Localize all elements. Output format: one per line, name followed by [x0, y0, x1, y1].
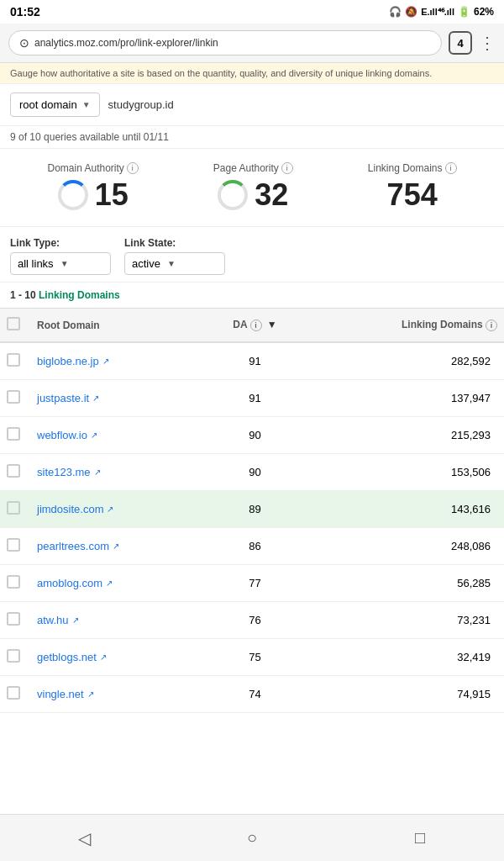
row-checkbox[interactable] [7, 427, 20, 441]
row-checkbox-cell[interactable] [0, 454, 30, 491]
domain-link[interactable]: biglobe.ne.jp ↗ [37, 355, 197, 367]
domain-value: studygroup.id [108, 98, 174, 111]
range-text: 1 - 10 Linking Domains [10, 289, 120, 301]
url-text: analytics.moz.com/pro/link-explorer/link… [34, 37, 218, 49]
row-domain[interactable]: amoblog.com ↗ [30, 565, 203, 602]
status-bar: 01:52 🎧 🔕 E.ıll⁴⁶.ıll 🔋 62% [0, 0, 504, 24]
row-domain[interactable]: getblogs.net ↗ [30, 639, 203, 676]
header-da[interactable]: DA i ▼ [203, 309, 307, 343]
info-text: Gauge how authoritative a site is based … [10, 68, 432, 78]
row-checkbox-cell[interactable] [0, 565, 30, 602]
row-linking-domains: 73,231 [307, 602, 504, 639]
select-all-checkbox[interactable] [7, 317, 20, 330]
table-row[interactable]: webflow.io ↗ 90 215,293 [0, 417, 504, 454]
row-checkbox[interactable] [7, 538, 20, 552]
link-state-value: active [132, 257, 160, 270]
domain-link[interactable]: amoblog.com ↗ [37, 577, 197, 589]
row-da: 77 [203, 565, 307, 602]
row-domain[interactable]: jimdosite.com ↗ [30, 491, 203, 528]
table-row[interactable]: jimdosite.com ↗ 89 143,616 [0, 491, 504, 528]
row-checkbox[interactable] [7, 575, 20, 589]
row-domain[interactable]: pearltrees.com ↗ [30, 528, 203, 565]
row-checkbox[interactable] [7, 649, 20, 663]
ld-header-info-icon[interactable]: i [486, 320, 497, 331]
tab-count[interactable]: 4 [449, 31, 472, 55]
row-checkbox-cell[interactable] [0, 639, 30, 676]
domain-type-dropdown[interactable]: root domain ▼ [10, 92, 100, 117]
table-row[interactable]: justpaste.it ↗ 91 137,947 [0, 380, 504, 417]
row-checkbox-cell[interactable] [0, 380, 30, 417]
row-da: 74 [203, 676, 307, 713]
external-link-icon: ↗ [100, 652, 107, 662]
pa-spinner [218, 180, 248, 210]
row-checkbox-cell[interactable] [0, 417, 30, 454]
row-checkbox-cell[interactable] [0, 342, 30, 380]
row-checkbox[interactable] [7, 464, 20, 478]
row-checkbox[interactable] [7, 612, 20, 626]
domain-type-value: root domain [19, 98, 77, 111]
row-domain[interactable]: site123.me ↗ [30, 454, 203, 491]
linking-domains-label: Linking Domains i [368, 162, 457, 174]
row-linking-domains: 282,592 [307, 342, 504, 380]
row-da: 91 [203, 342, 307, 380]
link-type-label: Link Type: [10, 237, 111, 249]
row-domain[interactable]: biglobe.ne.jp ↗ [30, 342, 203, 380]
row-checkbox-cell[interactable] [0, 528, 30, 565]
row-linking-domains: 56,285 [307, 565, 504, 602]
da-header-info-icon[interactable]: i [250, 320, 262, 331]
domain-link[interactable]: justpaste.it ↗ [37, 392, 197, 404]
row-domain[interactable]: atw.hu ↗ [30, 602, 203, 639]
battery-level: 62% [474, 6, 494, 18]
header-select[interactable] [0, 309, 30, 343]
row-da: 76 [203, 602, 307, 639]
time-display: 01:52 [10, 5, 40, 18]
row-linking-domains: 137,947 [307, 380, 504, 417]
row-checkbox[interactable] [7, 686, 20, 700]
domain-authority-label: Domain Authority i [47, 162, 138, 174]
ld-info-icon[interactable]: i [445, 162, 457, 174]
status-icons: 🎧 🔕 E.ıll⁴⁶.ıll 🔋 62% [389, 6, 494, 18]
row-checkbox-cell[interactable] [0, 491, 30, 528]
external-link-icon: ↗ [94, 467, 101, 477]
domain-authority-stat: Domain Authority i 15 [47, 162, 138, 213]
external-link-icon: ↗ [102, 357, 109, 366]
table-row[interactable]: vingle.net ↗ 74 74,915 [0, 676, 504, 713]
domain-link[interactable]: site123.me ↗ [37, 466, 197, 478]
row-checkbox[interactable] [7, 353, 20, 367]
domain-link[interactable]: getblogs.net ↗ [37, 651, 197, 663]
pa-info-icon[interactable]: i [281, 162, 293, 174]
row-domain[interactable]: vingle.net ↗ [30, 676, 203, 713]
chevron-down-icon: ▼ [82, 100, 91, 109]
table-row[interactable]: biglobe.ne.jp ↗ 91 282,592 [0, 342, 504, 380]
domain-link[interactable]: vingle.net ↗ [37, 688, 197, 700]
domain-link[interactable]: atw.hu ↗ [37, 614, 197, 626]
external-link-icon: ↗ [72, 615, 79, 625]
row-domain[interactable]: justpaste.it ↗ [30, 380, 203, 417]
link-type-chevron-icon: ▼ [60, 259, 69, 268]
link-state-chevron-icon: ▼ [167, 259, 176, 268]
page-authority-label: Page Authority i [213, 162, 293, 174]
linking-domains-stat: Linking Domains i 754 [368, 162, 457, 213]
domain-link[interactable]: pearltrees.com ↗ [37, 540, 197, 552]
browser-menu[interactable]: ⋮ [479, 33, 496, 53]
headphone-icon: 🎧 [389, 6, 402, 18]
row-checkbox[interactable] [7, 390, 20, 404]
row-domain[interactable]: webflow.io ↗ [30, 417, 203, 454]
url-bar[interactable]: ⊙ analytics.moz.com/pro/link-explorer/li… [8, 30, 442, 55]
table-row[interactable]: amoblog.com ↗ 77 56,285 [0, 565, 504, 602]
row-linking-domains: 248,086 [307, 528, 504, 565]
table-row[interactable]: getblogs.net ↗ 75 32,419 [0, 639, 504, 676]
link-type-select[interactable]: all links ▼ [10, 252, 111, 275]
table-row[interactable]: pearltrees.com ↗ 86 248,086 [0, 528, 504, 565]
row-checkbox-cell[interactable] [0, 676, 30, 713]
domain-authority-value: 15 [95, 177, 129, 213]
table-row[interactable]: site123.me ↗ 90 153,506 [0, 454, 504, 491]
domain-link[interactable]: jimdosite.com ↗ [37, 503, 197, 515]
table-row[interactable]: atw.hu ↗ 76 73,231 [0, 602, 504, 639]
header-linking-domains: Linking Domains i [307, 309, 504, 343]
domain-link[interactable]: webflow.io ↗ [37, 429, 197, 441]
link-state-select[interactable]: active ▼ [124, 252, 225, 275]
row-checkbox-cell[interactable] [0, 602, 30, 639]
da-info-icon[interactable]: i [127, 162, 139, 174]
row-checkbox[interactable] [7, 501, 20, 515]
